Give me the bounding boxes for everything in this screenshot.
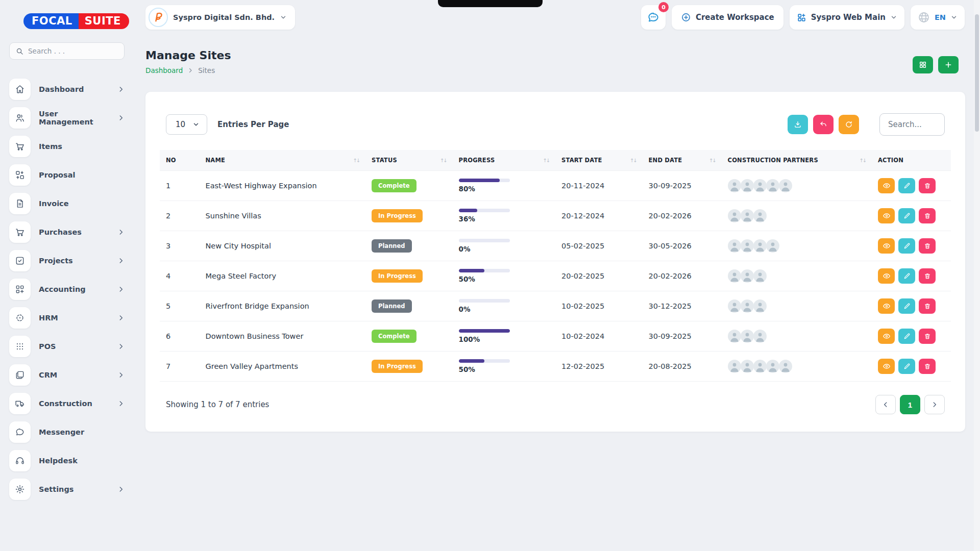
chevron-down-icon — [890, 14, 897, 21]
sidebar-item-messenger[interactable]: Messenger — [9, 420, 125, 444]
workspace-selector[interactable]: Syspro Digital Sdn. Bhd. — [145, 5, 295, 30]
app-selector[interactable]: Syspro Web Main — [790, 5, 904, 30]
edit-button[interactable] — [898, 268, 915, 284]
undo-button[interactable] — [813, 115, 834, 134]
chevron-right-icon — [931, 401, 938, 408]
delete-button[interactable] — [919, 238, 936, 254]
sidebar-item-accounting[interactable]: Accounting — [9, 277, 125, 302]
sidebar-item-dashboard[interactable]: Dashboard — [9, 77, 125, 102]
progress-label: 50% — [459, 275, 510, 283]
delete-button[interactable] — [919, 298, 936, 314]
partner-avatars — [728, 330, 866, 343]
sidebar-item-crm[interactable]: CRM — [9, 363, 125, 387]
view-button[interactable] — [878, 268, 895, 284]
sidebar-item-helpdesk[interactable]: Helpdesk — [9, 448, 125, 473]
chevron-right-icon — [117, 114, 125, 121]
column-header-no: NO — [160, 150, 200, 171]
delete-button[interactable] — [919, 359, 936, 374]
page-1-button[interactable]: 1 — [900, 395, 920, 414]
next-page-button[interactable] — [924, 395, 945, 414]
edit-button[interactable] — [898, 238, 915, 254]
view-button[interactable] — [878, 329, 895, 344]
trash-icon — [924, 333, 931, 340]
sort-icon: ↑↓ — [859, 158, 866, 163]
delete-button[interactable] — [919, 208, 936, 223]
pagination: 1 — [875, 395, 945, 414]
partner-avatar — [741, 269, 754, 283]
partner-avatar — [753, 209, 767, 222]
edit-button[interactable] — [898, 359, 915, 374]
status-badge: Planned — [372, 299, 412, 313]
progress-cell: 0% — [459, 299, 510, 313]
column-header-action: ACTION — [872, 150, 951, 171]
eye-icon — [883, 302, 891, 310]
cell-end-date: 30-12-2025 — [643, 291, 722, 321]
sidebar-search-input[interactable] — [28, 47, 118, 55]
partner-avatar — [766, 179, 779, 192]
view-button[interactable] — [878, 298, 895, 314]
sidebar-item-projects[interactable]: Projects — [9, 248, 125, 273]
prev-page-button[interactable] — [875, 395, 896, 414]
sidebar-item-hrm[interactable]: HRM — [9, 306, 125, 330]
delete-button[interactable] — [919, 178, 936, 193]
view-button[interactable] — [878, 238, 895, 254]
cell-end-date: 20-02-2026 — [643, 261, 722, 291]
partner-avatar — [728, 360, 741, 373]
sidebar-item-invoice[interactable]: Invoice — [9, 191, 125, 216]
sidebar-item-proposal[interactable]: Proposal — [9, 163, 125, 187]
chat-icon — [9, 421, 31, 443]
column-header-name[interactable]: NAME↑↓ — [200, 150, 366, 171]
scrollbar-thumb[interactable] — [975, 14, 979, 132]
column-header-status[interactable]: STATUS↑↓ — [365, 150, 453, 171]
grid-view-button[interactable] — [913, 56, 933, 73]
document-icon — [9, 193, 31, 214]
chevron-right-icon — [117, 400, 125, 407]
messages-button[interactable]: 0 — [641, 5, 666, 30]
view-button[interactable] — [878, 208, 895, 223]
sidebar-item-user-management[interactable]: User Management — [9, 106, 125, 130]
sidebar-item-items[interactable]: Items — [9, 134, 125, 159]
delete-button[interactable] — [919, 268, 936, 284]
partner-avatar — [741, 360, 754, 373]
chevron-right-icon — [117, 229, 125, 236]
partner-avatar — [728, 209, 741, 222]
workspace-name: Syspro Digital Sdn. Bhd. — [173, 13, 275, 21]
column-header-start-date[interactable]: START DATE↑↓ — [555, 150, 643, 171]
partner-avatar — [728, 330, 741, 343]
delete-button[interactable] — [919, 329, 936, 344]
column-header-progress[interactable]: PROGRESS↑↓ — [453, 150, 556, 171]
cell-name: Sunshine Villas — [200, 201, 366, 231]
sidebar-item-purchases[interactable]: Purchases — [9, 220, 125, 244]
cell-name: New City Hospital — [200, 231, 366, 261]
partner-avatar — [741, 299, 754, 313]
sidebar-item-construction[interactable]: Construction — [9, 391, 125, 416]
refresh-button[interactable] — [839, 115, 859, 134]
breadcrumb-dashboard-link[interactable]: Dashboard — [145, 66, 183, 74]
sidebar-search[interactable] — [9, 42, 125, 60]
add-site-button[interactable] — [938, 56, 959, 73]
edit-button[interactable] — [898, 329, 915, 344]
page-scrollbar[interactable] — [974, 0, 980, 551]
sidebar-item-pos[interactable]: POS — [9, 334, 125, 359]
column-header-end-date[interactable]: END DATE↑↓ — [643, 150, 722, 171]
view-button[interactable] — [878, 178, 895, 193]
cell-name: Riverfront Bridge Expansion — [200, 291, 366, 321]
edit-button[interactable] — [898, 178, 915, 193]
view-button[interactable] — [878, 359, 895, 374]
edit-button[interactable] — [898, 298, 915, 314]
create-workspace-button[interactable]: Create Workspace — [672, 5, 783, 30]
language-selector[interactable]: EN — [911, 5, 965, 30]
export-button[interactable] — [788, 115, 808, 134]
sort-icon: ↑↓ — [543, 158, 549, 163]
table-row: 2 Sunshine Villas In Progress 36% 20-12-… — [160, 201, 951, 231]
table-search-input[interactable] — [879, 113, 945, 136]
partner-avatar — [741, 209, 754, 222]
partner-avatar — [753, 179, 767, 192]
status-badge: In Progress — [372, 360, 423, 373]
eye-icon — [883, 212, 891, 220]
column-header-construction-partners[interactable]: CONSTRUCTION PARTNERS↑↓ — [722, 150, 872, 171]
check-square-icon — [9, 250, 31, 271]
sidebar-item-settings[interactable]: Settings — [9, 477, 125, 502]
edit-button[interactable] — [898, 208, 915, 223]
entries-per-page-select[interactable]: 10 — [166, 114, 207, 135]
